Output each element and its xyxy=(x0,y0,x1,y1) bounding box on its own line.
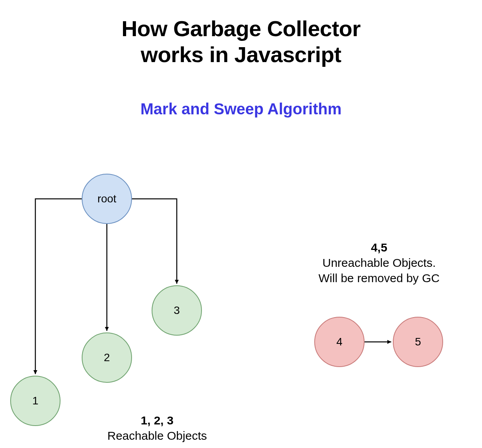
title-line-1: How Garbage Collector xyxy=(121,16,361,41)
node-3: 3 xyxy=(152,285,202,336)
diagram-title: How Garbage Collector works in Javascrip… xyxy=(0,16,482,68)
node-4-label: 4 xyxy=(336,336,343,348)
node-3-label: 3 xyxy=(174,304,180,317)
reachable-heading: 1, 2, 3 xyxy=(98,413,216,428)
node-5: 5 xyxy=(393,317,443,367)
node-1: 1 xyxy=(10,376,60,426)
unreachable-heading: 4,5 xyxy=(299,240,460,255)
unreachable-body-line-1: Unreachable Objects. xyxy=(299,255,460,270)
node-root-label: root xyxy=(97,193,116,205)
unreachable-body-line-2: Will be removed by GC xyxy=(299,270,460,286)
node-5-label: 5 xyxy=(415,336,421,348)
title-line-2: works in Javascript xyxy=(141,42,341,67)
node-4: 4 xyxy=(314,317,365,367)
reachable-body: Reachable Objects xyxy=(98,428,216,443)
node-2-label: 2 xyxy=(104,351,110,364)
node-1-label: 1 xyxy=(32,395,38,407)
diagram-subtitle: Mark and Sweep Algorithm xyxy=(0,100,482,118)
unreachable-caption: 4,5 Unreachable Objects. Will be removed… xyxy=(299,240,460,286)
reachable-caption: 1, 2, 3 Reachable Objects xyxy=(98,413,216,443)
node-2: 2 xyxy=(82,332,132,383)
node-root: root xyxy=(82,174,132,224)
